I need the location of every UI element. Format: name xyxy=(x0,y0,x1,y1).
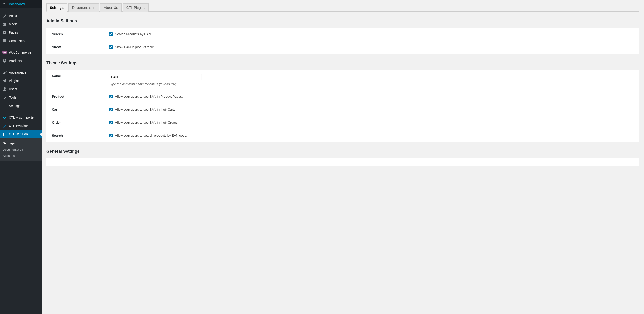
sidebar-item-ctl-msx-importer[interactable]: CTL Msx Importer xyxy=(0,113,42,122)
sidebar-item-label: Comments xyxy=(9,39,24,43)
tabs: Settings Documentation About Us CTL Plug… xyxy=(46,0,639,12)
section-title-theme: Theme Settings xyxy=(46,61,639,66)
submenu-item-about-us[interactable]: About us xyxy=(0,153,42,159)
theme-settings-table: Name Type the common name for ean in you… xyxy=(46,70,639,142)
checkbox-description: Search Products by EAN. xyxy=(115,32,152,36)
sidebar-item-label: Media xyxy=(9,22,18,26)
pages-icon xyxy=(2,30,7,35)
checkbox-description: Allow your users to search products by E… xyxy=(115,134,187,137)
woo-icon: woo xyxy=(2,50,7,55)
main-content: Settings Documentation About Us CTL Plug… xyxy=(42,0,644,314)
name-input[interactable] xyxy=(109,74,202,80)
row-admin-show: Show Show EAN in product table. xyxy=(46,41,639,54)
tools-icon xyxy=(2,95,7,100)
order-checkbox[interactable] xyxy=(109,121,113,124)
checkbox-description: Allow your users to see EAN in their Ord… xyxy=(115,121,178,124)
sidebar-item-ctl-wc-ean[interactable]: CTL WC Ean xyxy=(0,130,42,138)
cloud-upload-icon xyxy=(2,115,7,120)
sidebar-item-dashboard[interactable]: Dashboard xyxy=(0,0,42,8)
sidebar-item-users[interactable]: Users xyxy=(0,85,42,93)
plugins-icon xyxy=(2,79,7,83)
tab-about-us[interactable]: About Us xyxy=(100,4,122,12)
row-label: Search xyxy=(46,129,107,142)
tab-settings[interactable]: Settings xyxy=(46,4,67,12)
sidebar-item-label: Tools xyxy=(9,96,16,99)
row-label: Product xyxy=(46,90,107,103)
sidebar-item-label: Dashboard xyxy=(9,2,25,6)
appearance-icon xyxy=(2,70,7,75)
row-label: Search xyxy=(46,28,107,41)
sidebar-item-label: Posts xyxy=(9,14,17,18)
sidebar-item-media[interactable]: Media xyxy=(0,20,42,28)
users-icon xyxy=(2,87,7,91)
row-label: Cart xyxy=(46,103,107,116)
cart-checkbox-label[interactable]: Allow your users to see EAN in their Car… xyxy=(109,108,637,111)
name-description: Type the common name for ean in your cou… xyxy=(109,82,637,86)
product-checkbox[interactable] xyxy=(109,95,113,98)
sidebar-item-label: Settings xyxy=(9,104,21,108)
checkbox-description: Show EAN in product table. xyxy=(115,45,155,49)
search-checkbox[interactable] xyxy=(109,32,113,36)
search-checkbox-label[interactable]: Search Products by EAN. xyxy=(109,32,637,36)
sidebar-submenu: Settings Documentation About us xyxy=(0,138,42,161)
cart-checkbox[interactable] xyxy=(109,108,113,111)
theme-search-checkbox-label[interactable]: Allow your users to search products by E… xyxy=(109,134,637,137)
row-theme-order: Order Allow your users to see EAN in the… xyxy=(46,116,639,129)
sidebar-item-ctl-tweaker[interactable]: CTL Tweaker xyxy=(0,122,42,130)
section-title-admin: Admin Settings xyxy=(46,19,639,24)
checkbox-description: Allow your users to see EAN in their Car… xyxy=(115,108,176,111)
product-checkbox-label[interactable]: Allow your users to see EAN in Product P… xyxy=(109,95,637,98)
show-checkbox-label[interactable]: Show EAN in product table. xyxy=(109,45,637,49)
sidebar-item-woocommerce[interactable]: woo WooCommerce xyxy=(0,48,42,57)
admin-sidebar: Dashboard Posts Media Pages Comments woo… xyxy=(0,0,42,314)
sidebar-item-comments[interactable]: Comments xyxy=(0,37,42,45)
row-label: Show xyxy=(46,41,107,54)
sidebar-item-appearance[interactable]: Appearance xyxy=(0,68,42,77)
order-checkbox-label[interactable]: Allow your users to see EAN in their Ord… xyxy=(109,121,637,124)
svg-text:woo: woo xyxy=(3,52,6,53)
sidebar-item-pages[interactable]: Pages xyxy=(0,28,42,37)
row-theme-search: Search Allow your users to search produc… xyxy=(46,129,639,142)
products-icon xyxy=(2,59,7,63)
submenu-item-settings[interactable]: Settings xyxy=(0,140,42,146)
barcode-icon xyxy=(2,132,7,136)
row-admin-search: Search Search Products by EAN. xyxy=(46,28,639,41)
section-title-general: General Settings xyxy=(46,149,639,154)
sidebar-item-label: Users xyxy=(9,87,18,91)
sidebar-item-label: CTL WC Ean xyxy=(9,132,28,136)
general-settings-table xyxy=(46,158,639,166)
tab-documentation[interactable]: Documentation xyxy=(68,4,99,12)
row-label: Name xyxy=(46,70,107,90)
sidebar-item-label: Products xyxy=(9,59,22,63)
sidebar-item-label: WooCommerce xyxy=(9,51,31,54)
sidebar-item-label: Appearance xyxy=(9,71,26,74)
show-checkbox[interactable] xyxy=(109,45,113,49)
submenu-item-documentation[interactable]: Documentation xyxy=(0,146,42,153)
sidebar-item-settings[interactable]: Settings xyxy=(0,102,42,110)
checkbox-description: Allow your users to see EAN in Product P… xyxy=(115,95,183,98)
wand-icon xyxy=(2,123,7,128)
sidebar-item-label: CTL Msx Importer xyxy=(9,116,35,119)
row-label: Order xyxy=(46,116,107,129)
settings-icon xyxy=(2,104,7,108)
sidebar-item-label: Pages xyxy=(9,31,18,34)
row-theme-cart: Cart Allow your users to see EAN in thei… xyxy=(46,103,639,116)
sidebar-item-posts[interactable]: Posts xyxy=(0,12,42,20)
pin-icon xyxy=(2,14,7,18)
row-theme-name: Name Type the common name for ean in you… xyxy=(46,70,639,90)
comments-icon xyxy=(2,39,7,43)
sidebar-item-label: Plugins xyxy=(9,79,20,83)
sidebar-item-tools[interactable]: Tools xyxy=(0,93,42,102)
theme-search-checkbox[interactable] xyxy=(109,134,113,137)
dashboard-icon xyxy=(2,2,7,7)
sidebar-item-plugins[interactable]: Plugins xyxy=(0,77,42,85)
row-theme-product: Product Allow your users to see EAN in P… xyxy=(46,90,639,103)
admin-settings-table: Search Search Products by EAN. Show Show… xyxy=(46,28,639,54)
sidebar-item-label: CTL Tweaker xyxy=(9,124,28,128)
media-icon xyxy=(2,22,7,27)
tab-ctl-plugins[interactable]: CTL Plugins xyxy=(123,4,149,12)
sidebar-item-products[interactable]: Products xyxy=(0,57,42,65)
